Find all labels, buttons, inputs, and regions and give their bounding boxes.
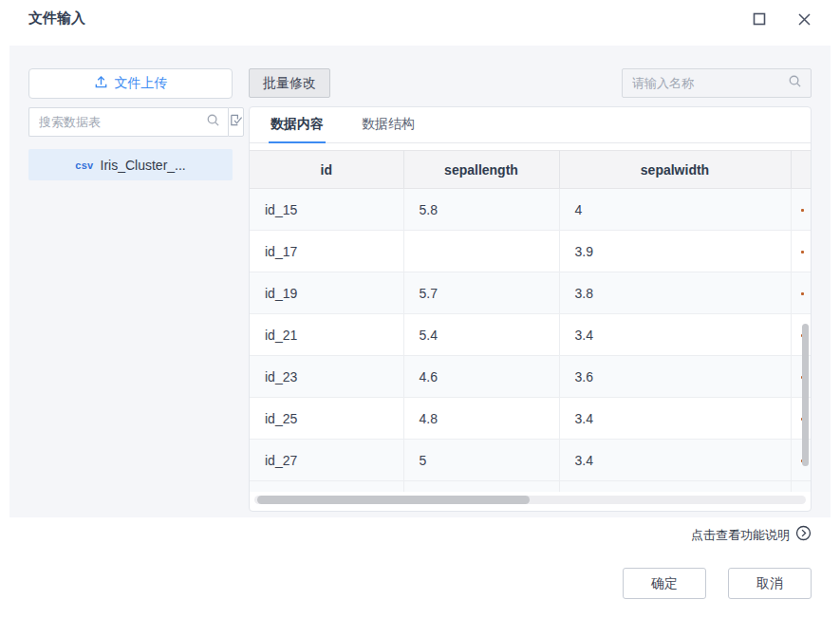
tab-data-content[interactable]: 数据内容 [269,107,326,143]
name-search-input[interactable] [632,76,788,90]
tab-bar: 数据内容 数据结构 [250,107,811,143]
table-cell: 5.4 [403,314,559,356]
table-cell-truncated [791,272,811,314]
file-list-item[interactable]: csv Iris_Cluster_... [28,149,233,180]
table-cell: 3.8 [559,272,791,314]
table-cell: 4.6 [403,356,559,398]
footer-buttons: 确定 取消 [623,568,812,599]
dialog-body: 文件上传 csv Iris_Cluster_. [9,46,831,517]
table-cell: id_19 [250,272,403,314]
table-zone: idsepallengthsepalwidth id_155.84id_173.… [250,143,811,510]
data-table: idsepallengthsepalwidth id_155.84id_173.… [250,150,811,492]
dialog-title: 文件输入 [28,9,85,28]
table-cell: id_21 [250,314,403,356]
table-cell: id_17 [250,231,403,272]
table-row: id_2753.4 [250,440,811,481]
column-header: sepalwidth [559,151,791,189]
table-cell: 3.4 [559,440,791,481]
table-row: id_215.43.4 [250,314,811,356]
table-row: id_155.84 [250,189,811,231]
csv-badge: csv [75,159,93,171]
table-body: id_155.84id_173.9id_195.73.8id_215.43.4i… [250,189,811,492]
table-cell-truncated [791,189,811,231]
table-cell [250,481,403,492]
vertical-scrollbar[interactable] [802,324,809,466]
file-name: Iris_Cluster_... [101,158,186,173]
table-header-row: idsepallengthsepalwidth [250,151,811,189]
upload-button-label: 文件上传 [115,75,168,92]
table-row: id_195.73.8 [250,272,811,314]
close-button[interactable] [796,11,812,27]
table-cell [403,481,559,492]
table-cell: id_27 [250,440,403,481]
ok-button[interactable]: 确定 [623,568,706,599]
table-cell-truncated [791,231,811,272]
search-icon [788,74,802,92]
maximize-icon [753,12,766,26]
table-cell: id_25 [250,398,403,440]
cancel-button[interactable]: 取消 [728,568,812,599]
table-cell: 4 [559,189,791,231]
table-toolbar: 批量修改 [249,68,812,98]
sidebar: 文件上传 csv Iris_Cluster_. [28,68,233,180]
table-row: id_234.63.6 [250,356,811,398]
column-header: sepallength [403,151,559,189]
table-cell [559,481,791,492]
horizontal-scrollbar-thumb[interactable] [257,496,530,504]
close-icon [797,12,812,27]
file-upload-button[interactable]: 文件上传 [28,68,233,99]
window-controls [752,11,812,27]
column-header-truncated [791,151,811,189]
batch-edit-button[interactable]: 批量修改 [249,68,330,98]
table-cell: 3.9 [559,231,791,272]
help-link-label: 点击查看功能说明 [691,527,790,544]
sidebar-search-input[interactable] [39,115,206,129]
table-cell: 4.8 [403,398,559,440]
table-cell: 5 [403,440,559,481]
table-cell [791,481,811,492]
table-cell: 3.4 [559,314,791,356]
table-cell: 5.7 [403,272,559,314]
table-row: id_254.83.4 [250,398,811,440]
name-search-box [622,68,812,98]
help-link[interactable]: 点击查看功能说明 [691,525,812,545]
table-cell [403,231,559,272]
horizontal-scrollbar-track[interactable] [254,496,806,504]
table-cell: 3.6 [559,356,791,398]
table-row: id_173.9 [250,231,811,272]
maximize-button[interactable] [752,11,767,27]
table-row-partial [250,481,811,492]
table-cell: 3.4 [559,398,791,440]
sidebar-search-box [28,107,228,137]
search-icon [206,113,220,131]
table-cell: id_23 [250,356,403,398]
table-cell: 5.8 [403,189,559,231]
edit-check-icon [229,113,243,131]
table-cell: id_15 [250,189,403,231]
circle-chevron-icon [795,525,812,545]
tab-data-structure[interactable]: 数据结构 [360,107,417,143]
upload-icon [94,75,108,92]
sidebar-search-row [28,107,233,137]
batch-select-button[interactable] [228,107,244,137]
column-header: id [250,151,403,189]
data-preview-panel: 数据内容 数据结构 idsepallengthsepalwidth id_155… [249,106,812,512]
